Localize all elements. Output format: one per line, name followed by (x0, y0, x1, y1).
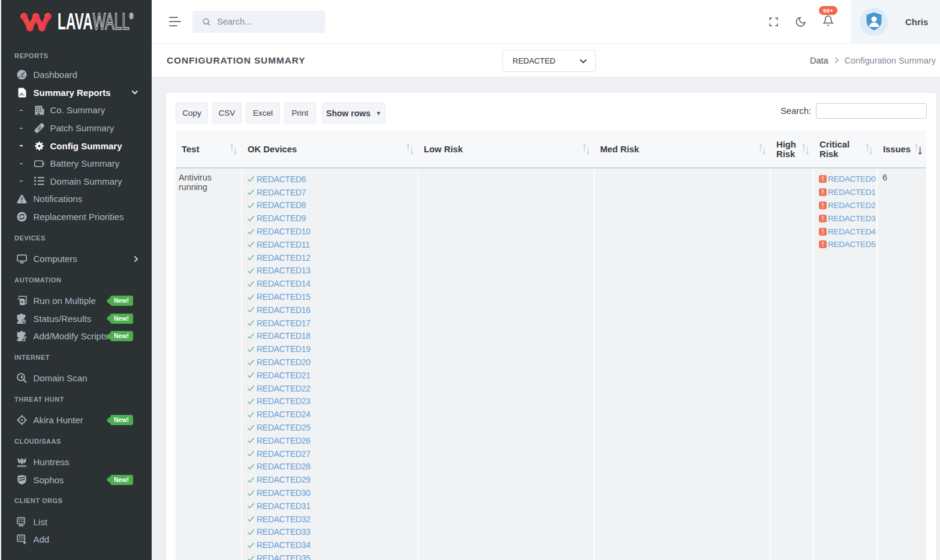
svg-text:HUNTRESS: HUNTRESS (18, 465, 26, 466)
